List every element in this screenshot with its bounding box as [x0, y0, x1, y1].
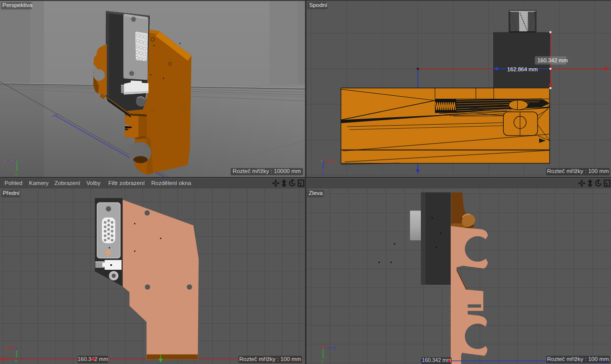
- svg-text:Přední: Přední: [2, 190, 20, 196]
- svg-text:X: X: [334, 159, 337, 164]
- svg-text:Rozteč mřížky : 100 mm: Rozteč mřížky : 100 mm: [547, 168, 609, 174]
- svg-text:Z: Z: [333, 346, 336, 351]
- svg-text:Y: Y: [321, 360, 324, 364]
- svg-text:Rozteč mřížky : 10000 mm: Rozteč mřížky : 10000 mm: [233, 168, 301, 174]
- svg-text:Y: Y: [15, 359, 18, 364]
- svg-text:X: X: [2, 347, 5, 351]
- svg-text:162.864 mm: 162.864 mm: [507, 66, 538, 72]
- svg-text:Rozteč mřížky : 100 mm: Rozteč mřížky : 100 mm: [547, 356, 609, 362]
- svg-text:Z: Z: [321, 171, 324, 176]
- svg-text:160.342 mm: 160.342 mm: [422, 357, 451, 363]
- svg-text:Z: Z: [15, 347, 17, 351]
- svg-text:X: X: [3, 159, 6, 163]
- svg-text:Y: Y: [15, 173, 18, 177]
- svg-text:X: X: [321, 345, 324, 350]
- svg-text:Zleva: Zleva: [308, 190, 323, 196]
- svg-text:Spodní: Spodní: [309, 2, 327, 8]
- svg-text:Z: Z: [7, 159, 9, 163]
- svg-text:Perspektiva: Perspektiva: [2, 2, 33, 8]
- svg-text:160.342 mm: 160.342 mm: [538, 57, 568, 63]
- svg-text:Rozteč mřížky : 100 mm: Rozteč mřížky : 100 mm: [239, 356, 301, 362]
